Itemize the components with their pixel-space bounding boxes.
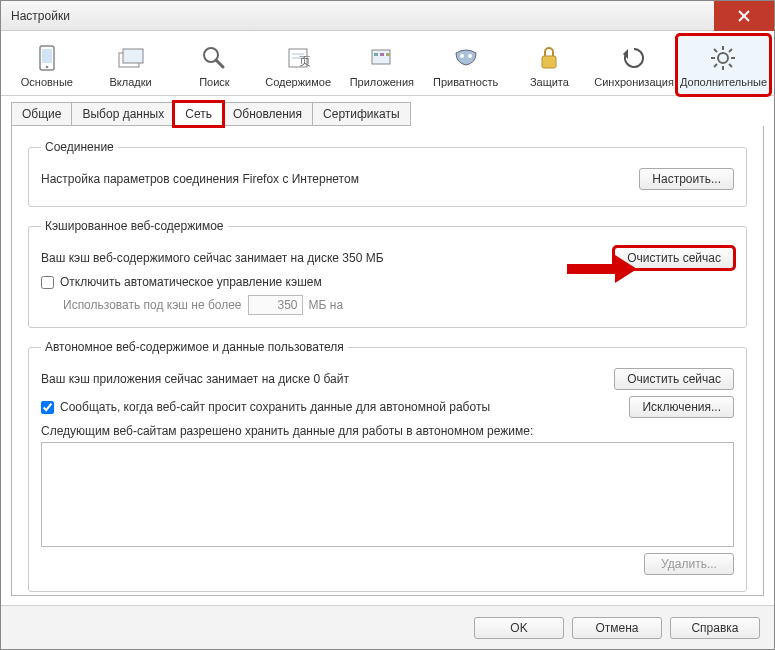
- notify-check[interactable]: Сообщать, когда веб-сайт просит сохранит…: [41, 400, 490, 414]
- sync-icon: [621, 43, 647, 73]
- offline-text: Ваш кэш приложения сейчас занимает на ди…: [41, 372, 349, 386]
- connection-group: Соединение Настройка параметров соединен…: [28, 140, 747, 207]
- svg-line-27: [729, 64, 732, 67]
- category-toolbar: Основные Вкладки Поиск 页 Содержимое Прил…: [1, 31, 774, 96]
- svg-point-17: [460, 54, 464, 58]
- override-cache-checkbox[interactable]: [41, 276, 54, 289]
- svg-text:页: 页: [299, 54, 310, 68]
- close-button[interactable]: [714, 1, 774, 31]
- category-sync[interactable]: Синхронизация: [591, 35, 677, 95]
- category-general[interactable]: Основные: [5, 35, 89, 95]
- category-privacy[interactable]: Приватность: [424, 35, 508, 95]
- offline-sites-list[interactable]: [41, 442, 734, 547]
- apps-icon: [369, 43, 395, 73]
- close-icon: [737, 9, 751, 23]
- svg-rect-13: [372, 50, 390, 64]
- category-content[interactable]: 页 Содержимое: [256, 35, 340, 95]
- magnifier-icon: [201, 43, 227, 73]
- mask-icon: [452, 43, 480, 73]
- tab-certs[interactable]: Сертификаты: [312, 102, 411, 126]
- remove-site-button[interactable]: Удалить...: [644, 553, 734, 575]
- notify-checkbox[interactable]: [41, 401, 54, 414]
- svg-point-4: [46, 65, 49, 68]
- cache-limit-suffix: МБ на: [309, 298, 344, 312]
- category-security[interactable]: Защита: [508, 35, 592, 95]
- offline-legend: Автономное веб-содержимое и данные польз…: [41, 340, 348, 354]
- tab-data[interactable]: Выбор данных: [71, 102, 175, 126]
- dialog-buttons: OK Отмена Справка: [1, 605, 774, 649]
- connection-settings-button[interactable]: Настроить...: [639, 168, 734, 190]
- cache-legend: Кэшированное веб-содержимое: [41, 219, 228, 233]
- category-tabs[interactable]: Вкладки: [89, 35, 173, 95]
- cancel-button[interactable]: Отмена: [572, 617, 662, 639]
- document-icon: 页: [286, 43, 310, 73]
- cache-text: Ваш кэш веб-содержимого сейчас занимает …: [41, 251, 384, 265]
- settings-window: Настройки Основные Вкладки Поиск 页 Содер…: [0, 0, 775, 650]
- cache-limit-row: Использовать под кэш не более МБ на: [63, 295, 734, 315]
- svg-point-18: [468, 54, 472, 58]
- titlebar: Настройки: [1, 1, 774, 31]
- tab-general[interactable]: Общие: [11, 102, 72, 126]
- svg-rect-19: [542, 56, 556, 68]
- svg-line-29: [714, 64, 717, 67]
- svg-line-8: [216, 60, 223, 67]
- tab-updates[interactable]: Обновления: [222, 102, 313, 126]
- svg-rect-15: [380, 53, 384, 56]
- svg-line-28: [729, 49, 732, 52]
- tabs-icon: [117, 43, 145, 73]
- category-apps[interactable]: Приложения: [340, 35, 424, 95]
- cache-limit-prefix: Использовать под кэш не более: [63, 298, 242, 312]
- tab-network[interactable]: Сеть: [174, 102, 223, 126]
- svg-line-26: [714, 49, 717, 52]
- lock-icon: [538, 43, 560, 73]
- offline-list-label: Следующим веб-сайтам разрешено хранить д…: [41, 424, 734, 438]
- connection-text: Настройка параметров соединения Firefox …: [41, 172, 359, 186]
- notify-label: Сообщать, когда веб-сайт просит сохранит…: [60, 400, 490, 414]
- svg-point-21: [718, 53, 728, 63]
- override-cache-label: Отключить автоматическое управление кэше…: [60, 275, 322, 289]
- override-cache-check[interactable]: Отключить автоматическое управление кэше…: [41, 275, 734, 289]
- cache-group: Кэшированное веб-содержимое Ваш кэш веб-…: [28, 219, 747, 328]
- clear-cache-button[interactable]: Очистить сейчас: [614, 247, 734, 269]
- svg-rect-3: [42, 49, 52, 63]
- connection-legend: Соединение: [41, 140, 118, 154]
- category-advanced[interactable]: Дополнительные: [677, 35, 770, 95]
- offline-group: Автономное веб-содержимое и данные польз…: [28, 340, 747, 592]
- help-button[interactable]: Справка: [670, 617, 760, 639]
- gear-icon: [709, 43, 737, 73]
- svg-rect-6: [123, 49, 143, 63]
- ok-button[interactable]: OK: [474, 617, 564, 639]
- phone-icon: [37, 43, 57, 73]
- tab-content: Соединение Настройка параметров соединен…: [11, 126, 764, 596]
- cache-limit-input[interactable]: [248, 295, 303, 315]
- category-search[interactable]: Поиск: [173, 35, 257, 95]
- sub-tabs: Общие Выбор данных Сеть Обновления Серти…: [11, 102, 764, 126]
- svg-rect-16: [386, 53, 390, 56]
- svg-rect-14: [374, 53, 378, 56]
- window-title: Настройки: [11, 9, 70, 23]
- clear-offline-button[interactable]: Очистить сейчас: [614, 368, 734, 390]
- exceptions-button[interactable]: Исключения...: [629, 396, 734, 418]
